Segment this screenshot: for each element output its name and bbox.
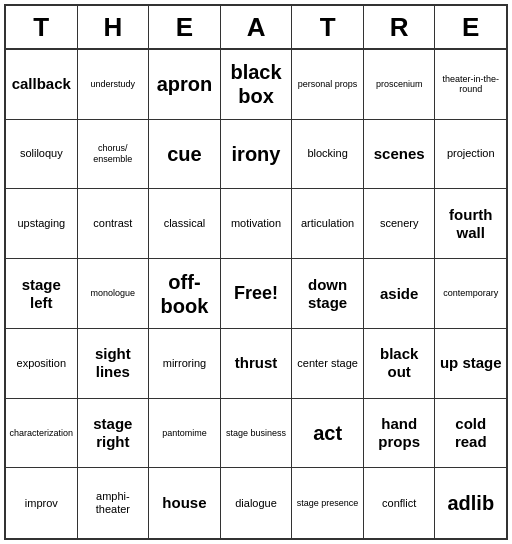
cell-3-6: contemporary — [435, 259, 506, 329]
cell-2-1: contrast — [78, 189, 150, 259]
cell-3-1: monologue — [78, 259, 150, 329]
header-cell-T: T — [6, 6, 78, 50]
cell-5-4: act — [292, 399, 364, 469]
grid: callbackunderstudyapronblack boxpersonal… — [6, 50, 506, 538]
cell-2-3: motivation — [221, 189, 293, 259]
cell-1-2: cue — [149, 120, 221, 190]
cell-4-5: black out — [364, 329, 436, 399]
header-cell-T: T — [292, 6, 364, 50]
cell-6-5: conflict — [364, 468, 436, 538]
header-cell-R: R — [364, 6, 436, 50]
cell-6-3: dialogue — [221, 468, 293, 538]
cell-0-0: callback — [6, 50, 78, 120]
cell-6-4: stage presence — [292, 468, 364, 538]
cell-2-5: scenery — [364, 189, 436, 259]
cell-5-0: characterization — [6, 399, 78, 469]
cell-4-1: sight lines — [78, 329, 150, 399]
cell-3-5: aside — [364, 259, 436, 329]
cell-1-5: scenes — [364, 120, 436, 190]
cell-0-1: understudy — [78, 50, 150, 120]
grid-row-2: upstagingcontrastclassicalmotivationarti… — [6, 189, 506, 259]
grid-row-5: characterizationstage rightpantomimestag… — [6, 399, 506, 469]
header-cell-H: H — [78, 6, 150, 50]
grid-row-4: expositionsight linesmirroringthrustcent… — [6, 329, 506, 399]
cell-4-4: center stage — [292, 329, 364, 399]
cell-0-3: black box — [221, 50, 293, 120]
cell-1-6: projection — [435, 120, 506, 190]
cell-0-2: apron — [149, 50, 221, 120]
cell-1-1: chorus/ ensemble — [78, 120, 150, 190]
grid-row-0: callbackunderstudyapronblack boxpersonal… — [6, 50, 506, 120]
grid-row-6: improvamphi-theaterhousedialoguestage pr… — [6, 468, 506, 538]
bingo-card: THEATRE callbackunderstudyapronblack box… — [4, 4, 508, 540]
header-cell-E: E — [149, 6, 221, 50]
cell-0-6: theater-in-the-round — [435, 50, 506, 120]
cell-2-2: classical — [149, 189, 221, 259]
cell-5-5: hand props — [364, 399, 436, 469]
cell-3-0: stage left — [6, 259, 78, 329]
cell-4-6: up stage — [435, 329, 506, 399]
header-cell-E: E — [435, 6, 506, 50]
cell-1-3: irony — [221, 120, 293, 190]
cell-4-3: thrust — [221, 329, 293, 399]
cell-1-0: soliloquy — [6, 120, 78, 190]
cell-4-0: exposition — [6, 329, 78, 399]
cell-6-2: house — [149, 468, 221, 538]
cell-4-2: mirroring — [149, 329, 221, 399]
header-row: THEATRE — [6, 6, 506, 50]
cell-5-2: pantomime — [149, 399, 221, 469]
cell-0-4: personal props — [292, 50, 364, 120]
cell-1-4: blocking — [292, 120, 364, 190]
cell-3-2: off-book — [149, 259, 221, 329]
grid-row-1: soliloquychorus/ ensemblecueironyblockin… — [6, 120, 506, 190]
cell-3-4: down stage — [292, 259, 364, 329]
cell-2-4: articulation — [292, 189, 364, 259]
cell-5-3: stage business — [221, 399, 293, 469]
cell-2-0: upstaging — [6, 189, 78, 259]
grid-row-3: stage leftmonologueoff-bookFree!down sta… — [6, 259, 506, 329]
cell-5-1: stage right — [78, 399, 150, 469]
cell-5-6: cold read — [435, 399, 506, 469]
cell-2-6: fourth wall — [435, 189, 506, 259]
cell-6-6: adlib — [435, 468, 506, 538]
header-cell-A: A — [221, 6, 293, 50]
cell-6-1: amphi-theater — [78, 468, 150, 538]
cell-3-3: Free! — [221, 259, 293, 329]
cell-6-0: improv — [6, 468, 78, 538]
cell-0-5: proscenium — [364, 50, 436, 120]
